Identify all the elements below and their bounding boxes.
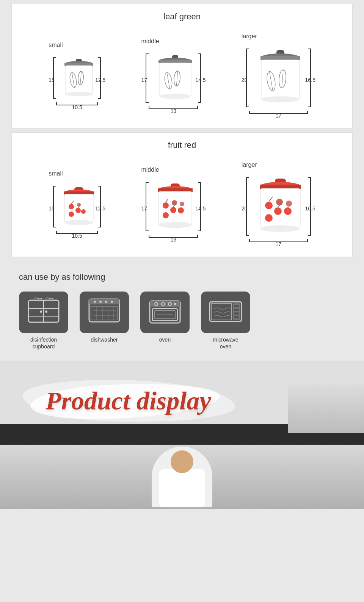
usage-section: can use by as following <box>0 261 364 357</box>
small-meas-wrap: 15 12.5 10.5 <box>49 52 105 108</box>
oven-icon <box>148 297 182 328</box>
fruit-red-variants: small 15 12.5 10.5 <box>16 158 348 249</box>
usage-title: can use by as following <box>19 272 345 282</box>
svg-point-70 <box>45 310 47 313</box>
svg-point-76 <box>111 301 113 303</box>
leaf-green-middle-svg <box>152 53 198 103</box>
disinfection-icon <box>27 297 61 328</box>
fr-larger-height: 20 <box>242 205 248 212</box>
leaf-green-larger: larger 20 16.5 17 <box>242 33 315 117</box>
svg-point-56 <box>260 225 300 232</box>
svg-point-32 <box>69 204 74 209</box>
svg-point-59 <box>265 214 273 222</box>
product-display-section: Product display <box>0 361 364 445</box>
fr-larger-meas-wrap: 20 16.5 17 <box>242 171 315 245</box>
small-height-label: 15 <box>49 77 55 83</box>
leaf-green-small: small 15 12.5 10.5 <box>49 42 105 108</box>
microwave-label: microwaveoven <box>213 336 238 350</box>
dishwasher-icon-box <box>80 292 129 333</box>
svg-rect-98 <box>234 316 239 318</box>
fr-small-meas-wrap: 15 12.5 10.5 <box>49 180 105 237</box>
svg-rect-95 <box>234 305 239 307</box>
product-display-text: Product display <box>46 386 211 415</box>
fruit-red-middle: middle 17 14.5 13 <box>141 166 206 241</box>
icon-item-microwave: microwaveoven <box>201 292 250 350</box>
middle-height-label: 17 <box>141 77 147 83</box>
svg-point-89 <box>174 303 176 305</box>
leaf-green-title: leaf green <box>16 12 348 22</box>
svg-point-31 <box>64 220 93 225</box>
svg-point-46 <box>163 212 169 218</box>
svg-point-61 <box>284 207 292 215</box>
icons-row: disinfectioncupboard <box>19 292 345 350</box>
small-bottom-label: 10.5 <box>72 104 82 110</box>
oven-icon-box <box>140 292 190 333</box>
svg-point-45 <box>170 207 176 213</box>
svg-rect-97 <box>234 312 239 315</box>
svg-point-48 <box>178 207 184 213</box>
icon-item-oven: oven <box>140 292 190 343</box>
svg-point-74 <box>99 301 102 303</box>
svg-point-49 <box>180 202 184 206</box>
svg-point-57 <box>265 202 273 209</box>
fruit-red-section: fruit red small 15 12.5 10.5 <box>11 132 353 257</box>
fruit-red-title: fruit red <box>16 140 348 150</box>
page-wrapper: leaf green small 15 12.5 10.5 <box>0 4 364 509</box>
fr-middle-width: 14.5 <box>195 205 206 212</box>
fr-middle-label: middle <box>141 166 159 173</box>
fruit-red-middle-svg <box>152 182 198 231</box>
larger-bottom-label: 17 <box>276 113 282 119</box>
fr-middle-meas-wrap: 17 14.5 13 <box>141 176 206 241</box>
larger-width-label: 16.5 <box>305 77 315 83</box>
svg-rect-20 <box>260 56 300 60</box>
middle-width-label: 14.5 <box>195 77 206 83</box>
svg-rect-12 <box>159 63 191 96</box>
fr-larger-label: larger <box>242 161 257 168</box>
dishwasher-icon <box>87 297 121 328</box>
svg-point-75 <box>105 301 107 303</box>
svg-point-13 <box>159 94 191 99</box>
disinfection-icon-box <box>19 292 68 333</box>
svg-point-33 <box>75 208 81 213</box>
leaf-green-middle: middle 17 14.5 13 <box>141 38 206 112</box>
svg-rect-96 <box>234 309 239 311</box>
svg-point-62 <box>286 201 292 207</box>
icon-item-disinfection: disinfectioncupboard <box>19 292 68 350</box>
middle-bottom-label: 13 <box>171 108 177 114</box>
svg-point-58 <box>274 207 282 215</box>
dishwasher-label: dishwasher <box>91 336 118 343</box>
product-display-title: Product display <box>46 386 211 416</box>
fruit-red-small-svg <box>60 186 98 227</box>
fruit-red-larger-svg <box>253 177 308 236</box>
svg-point-44 <box>163 202 169 209</box>
small-label: small <box>49 42 63 49</box>
svg-point-34 <box>69 212 74 217</box>
leaf-green-larger-svg <box>253 49 308 107</box>
middle-meas-wrap: 17 14.5 13 <box>141 48 206 112</box>
svg-point-60 <box>276 199 283 205</box>
larger-meas-wrap: 20 16.5 17 <box>242 43 315 117</box>
fr-larger-bottom: 17 <box>276 241 282 247</box>
microwave-icon-box <box>201 292 250 333</box>
svg-rect-54 <box>260 185 301 189</box>
fruit-red-larger: larger 20 16.5 17 <box>242 161 315 245</box>
microwave-icon <box>209 297 243 328</box>
fr-small-height: 15 <box>49 205 55 212</box>
icon-item-dishwasher: dishwasher <box>80 292 129 343</box>
fr-small-bottom: 10.5 <box>72 233 82 239</box>
svg-point-36 <box>81 209 86 214</box>
larger-height-label: 20 <box>242 77 248 83</box>
fr-small-width: 12.5 <box>95 205 105 212</box>
svg-point-4 <box>65 92 93 96</box>
svg-point-69 <box>40 310 42 313</box>
leaf-green-variants: small 15 12.5 10.5 <box>16 29 348 121</box>
svg-point-47 <box>172 200 177 205</box>
svg-rect-3 <box>65 66 93 94</box>
fr-middle-height: 17 <box>141 205 147 212</box>
fr-middle-bottom: 13 <box>171 237 177 243</box>
leaf-green-section: leaf green small 15 12.5 10.5 <box>11 4 353 129</box>
svg-point-43 <box>158 222 192 228</box>
larger-label: larger <box>242 33 257 40</box>
fruit-red-small: small 15 12.5 10.5 <box>49 170 105 237</box>
fr-small-label: small <box>49 170 63 177</box>
